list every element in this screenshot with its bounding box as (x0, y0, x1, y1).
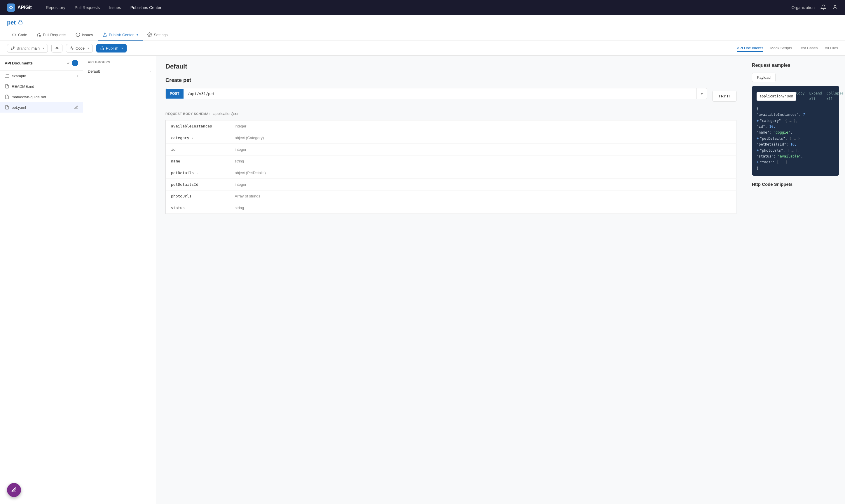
notifications-icon[interactable] (821, 4, 826, 11)
add-document-icon[interactable]: + (72, 60, 78, 66)
svg-point-1 (10, 7, 12, 8)
commit-icon (55, 46, 59, 51)
svg-point-2 (834, 5, 836, 7)
publish-button[interactable]: Publish ▾ (96, 44, 127, 53)
svg-point-14 (56, 47, 57, 49)
params-table: availableInstances integer category › ob… (165, 120, 737, 214)
sub-header: pet Code Pull Requests Issues Publish Ce… (0, 15, 845, 41)
tab-issues[interactable]: Issues (71, 30, 98, 40)
code-line: "name": "doggie", (757, 129, 834, 135)
tab-publish-center[interactable]: Publish Center ▾ (98, 30, 143, 40)
table-row: availableInstances integer (166, 121, 737, 132)
param-name-cell: id (166, 144, 230, 156)
toolbar-view-tabs: API Documents Mock Scripts Test Cases Al… (737, 44, 838, 52)
edit-icon (11, 487, 17, 493)
sidebar-item-label: pet.yaml (12, 105, 72, 110)
sidebar-item-label: markdown-guide.md (12, 95, 78, 99)
project-name: pet (7, 19, 16, 26)
expand-all-button[interactable]: Expand all (809, 90, 822, 102)
main-layout: API Documents « + example › README.md ma… (0, 56, 845, 504)
sidebar-actions: « + (67, 60, 78, 66)
sidebar-item-pet-yaml[interactable]: pet.yaml (0, 102, 83, 112)
sidebar-item-example[interactable]: example › (0, 71, 83, 81)
param-name-cell: photoUrls (166, 191, 230, 202)
folder-chevron-icon: › (77, 74, 78, 78)
view-tab-test-cases[interactable]: Test Cases (799, 44, 817, 52)
main-content: Default Create pet POST /api/v31/pet ▾ T… (156, 56, 746, 504)
param-name-cell: status (166, 202, 230, 214)
top-nav: APIGit Repository Pull Requests Issues P… (0, 0, 845, 15)
request-samples-title: Request samples (752, 63, 839, 68)
code-line: "id": 10, (757, 124, 834, 129)
sidebar: API Documents « + example › README.md ma… (0, 56, 83, 504)
tab-settings[interactable]: Settings (143, 30, 172, 40)
sidebar-item-readme[interactable]: README.md (0, 81, 83, 92)
publish-icon (102, 32, 107, 37)
code-line: +"petDetails": { … }, (757, 136, 834, 142)
request-body-schema: REQUEST BODY SCHEMA: application/json (165, 108, 737, 119)
endpoint-path: /api/v31/pet (183, 89, 697, 99)
endpoint-title: Create pet (165, 77, 737, 84)
svg-point-10 (149, 34, 150, 35)
gear-icon (147, 32, 152, 37)
app-logo[interactable]: APIGit (7, 3, 32, 12)
table-row: petDetails › object (PetDetails) (166, 167, 737, 179)
payload-tab[interactable]: Payload (752, 73, 776, 82)
code-icon (12, 32, 16, 37)
code-line: } (757, 165, 834, 171)
table-row: status string (166, 202, 737, 214)
commit-icon-button[interactable] (51, 44, 63, 53)
publish-btn-icon (100, 46, 104, 50)
code-block-actions: Copy Expand all Collapse all (796, 90, 844, 102)
endpoint-row: POST /api/v31/pet ▾ (165, 88, 707, 99)
sub-tabs: Code Pull Requests Issues Publish Center… (7, 30, 838, 40)
param-type-cell: string (230, 202, 737, 214)
tab-pull-requests[interactable]: Pull Requests (32, 30, 71, 40)
nav-pull-requests[interactable]: Pull Requests (75, 5, 100, 10)
table-row: id integer (166, 144, 737, 156)
code-btn-label: Code (75, 46, 85, 51)
code-line: "availableInstances": 7 (757, 112, 834, 118)
api-section-title: Default (165, 63, 737, 70)
collapse-all-button[interactable]: Collapse all (827, 90, 844, 102)
param-name-cell: availableInstances (166, 121, 230, 132)
tab-code[interactable]: Code (7, 30, 32, 40)
folder-icon (5, 73, 9, 78)
top-nav-right: Organization (792, 4, 838, 11)
collapse-sidebar-icon[interactable]: « (67, 61, 69, 65)
api-groups-label: API GROUPS (83, 60, 156, 66)
edit-file-icon[interactable] (74, 105, 78, 109)
endpoint-dropdown-icon[interactable]: ▾ (697, 88, 707, 99)
try-it-button[interactable]: TRY IT (712, 91, 737, 102)
view-tab-all-files[interactable]: All Files (825, 44, 838, 52)
api-group-default[interactable]: Default › (83, 66, 156, 76)
view-tab-mock-scripts[interactable]: Mock Scripts (770, 44, 792, 52)
param-type-cell: string (230, 156, 737, 167)
issues-icon (75, 32, 80, 37)
api-group-default-label: Default (88, 69, 100, 73)
code-line: +"tags": [ … ] (757, 159, 834, 165)
svg-point-13 (11, 49, 13, 50)
nav-publishes-center[interactable]: Publishes Center (130, 5, 162, 10)
nav-repository[interactable]: Repository (46, 5, 65, 10)
sidebar-item-markdown-guide[interactable]: markdown-guide.md (0, 92, 83, 102)
publish-dropdown-icon: ▾ (121, 47, 123, 50)
view-tab-api-documents[interactable]: API Documents (737, 44, 763, 52)
code-line: +"category": { … }, (757, 118, 834, 124)
fab-edit-button[interactable] (7, 483, 21, 497)
code-button[interactable]: Code ▾ (66, 44, 93, 53)
code-line: "petDetailsId": 10, (757, 142, 834, 147)
code-block: application/json Copy Expand all Collaps… (752, 86, 839, 176)
org-link[interactable]: Organization (792, 5, 815, 10)
branch-icon (11, 46, 15, 50)
user-avatar-icon[interactable] (832, 4, 838, 11)
branch-selector[interactable]: Branch: main ▾ (7, 44, 48, 53)
code-block-header: application/json Copy Expand all Collaps… (757, 90, 834, 102)
svg-point-4 (39, 35, 40, 36)
svg-rect-3 (19, 22, 22, 24)
copy-button[interactable]: Copy (796, 90, 805, 102)
file-md-icon (5, 84, 9, 89)
nav-issues[interactable]: Issues (109, 5, 121, 10)
sidebar-item-label: example (12, 74, 75, 78)
param-name-cell: category › (166, 132, 230, 144)
